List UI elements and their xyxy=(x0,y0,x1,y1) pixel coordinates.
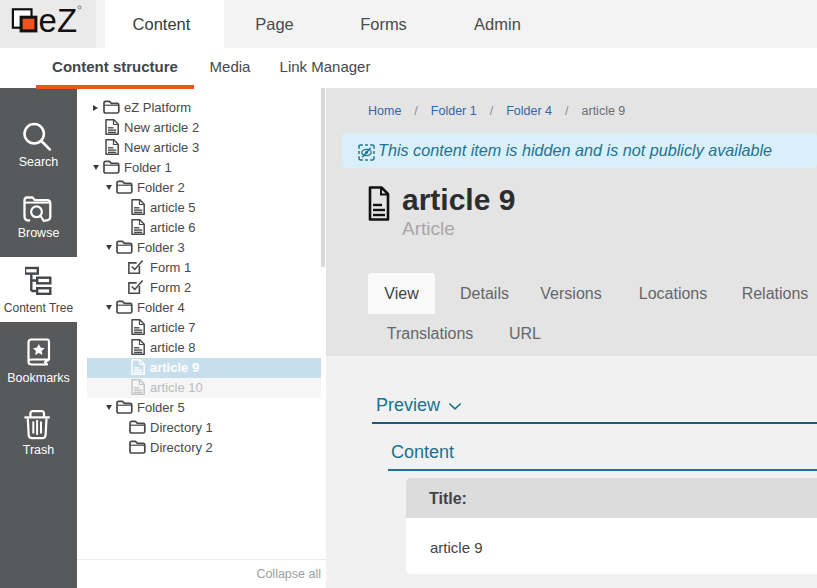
svg-text:eZ: eZ xyxy=(39,2,78,39)
